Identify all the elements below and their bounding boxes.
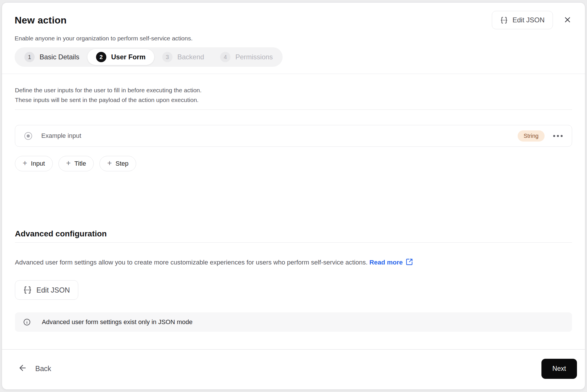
add-input-button[interactable]: + Input (15, 156, 53, 171)
modal-header: New action Edit JSON (2, 3, 585, 74)
plus-icon: + (23, 159, 27, 167)
step-number: 3 (162, 52, 173, 62)
back-button[interactable]: Back (18, 363, 51, 374)
edit-json-button-advanced[interactable]: Edit JSON (15, 280, 78, 300)
ellipsis-icon (553, 135, 555, 137)
edit-json-label: Edit JSON (512, 16, 545, 24)
back-label: Back (35, 364, 51, 373)
step-label: Backend (177, 53, 204, 61)
add-title-label: Title (75, 160, 86, 167)
step-label: User Form (111, 53, 146, 61)
step-number: 4 (220, 52, 230, 62)
step-number: 1 (24, 52, 35, 62)
advanced-divider (15, 242, 572, 243)
close-icon (563, 15, 572, 25)
read-more-link[interactable]: Read more (369, 259, 413, 266)
modal-subtitle: Enable anyone in your organization to pe… (15, 34, 574, 43)
form-description-line2: These inputs will be sent in the payload… (15, 95, 572, 105)
more-options-button[interactable] (552, 133, 564, 139)
info-banner-text: Advanced user form settings exist only i… (42, 318, 193, 326)
page-title: New action (15, 15, 66, 26)
form-description: Define the user inputs for the user to f… (15, 85, 572, 105)
add-buttons-row: + Input + Title + Step (15, 156, 572, 171)
edit-json-label: Edit JSON (36, 286, 70, 294)
step-label: Permissions (235, 53, 273, 61)
step-backend[interactable]: 3 Backend (154, 49, 212, 65)
add-step-button[interactable]: + Step (99, 156, 136, 171)
external-link-icon (406, 258, 413, 266)
add-title-button[interactable]: + Title (58, 156, 94, 171)
next-button[interactable]: Next (541, 359, 577, 379)
form-input-row[interactable]: Example input String (15, 125, 572, 147)
edit-json-button-top[interactable]: Edit JSON (492, 11, 553, 29)
stepper: 1 Basic Details 2 User Form 3 Backend 4 … (15, 47, 283, 67)
info-icon (23, 318, 31, 326)
arrow-left-icon (18, 363, 27, 374)
json-braces-icon (23, 286, 32, 294)
type-badge: String (518, 130, 545, 142)
input-row-label: Example input (41, 132, 81, 140)
plus-icon: + (107, 159, 112, 167)
step-number: 2 (96, 52, 106, 62)
advanced-description: Advanced user form settings allow you to… (15, 258, 572, 267)
step-label: Basic Details (40, 53, 79, 61)
modal-body: Define the user inputs for the user to f… (2, 74, 585, 349)
modal-footer: Back Next (2, 349, 585, 389)
radio-icon (24, 132, 32, 140)
add-input-label: Input (31, 160, 45, 167)
step-permissions[interactable]: 4 Permissions (212, 49, 281, 65)
step-basic-details[interactable]: 1 Basic Details (16, 49, 87, 65)
advanced-description-text: Advanced user form settings allow you to… (15, 259, 368, 266)
add-step-label: Step (116, 160, 128, 167)
json-braces-icon (500, 16, 508, 24)
info-banner: Advanced user form settings exist only i… (15, 312, 572, 332)
form-description-line1: Define the user inputs for the user to f… (15, 85, 572, 95)
section-divider (15, 109, 572, 110)
close-button[interactable] (561, 14, 574, 27)
plus-icon: + (66, 159, 71, 167)
step-user-form[interactable]: 2 User Form (87, 49, 154, 65)
new-action-modal: New action Edit JSON (2, 2, 585, 390)
advanced-configuration-heading: Advanced configuration (15, 229, 572, 239)
